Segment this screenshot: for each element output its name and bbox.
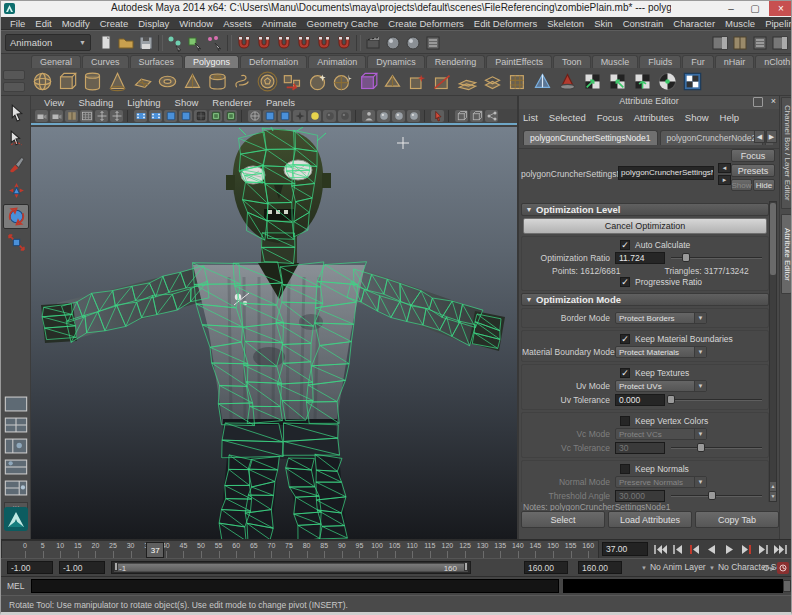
step-forward-key-button[interactable]: [738, 542, 754, 556]
animation-preferences-icon[interactable]: [777, 562, 789, 574]
safe-title-icon[interactable]: [224, 110, 237, 122]
play-forwards-button[interactable]: [721, 542, 737, 556]
poly-pipe-icon[interactable]: [206, 70, 229, 93]
smooth-add-divisions-icon[interactable]: [331, 70, 354, 93]
shelf-tab-surfaces[interactable]: Surfaces: [130, 55, 184, 68]
go-to-end-button[interactable]: [772, 542, 788, 556]
range-bar-inner[interactable]: -1 160: [114, 563, 468, 572]
shaded-icon[interactable]: [263, 110, 276, 122]
isolate-select-icon[interactable]: [431, 110, 444, 122]
multisample-icon[interactable]: [377, 110, 390, 122]
layout-hypershade[interactable]: [4, 480, 28, 498]
ae-tab[interactable]: polygonCruncherNode2: [660, 130, 764, 145]
wedge-icon[interactable]: [431, 70, 454, 93]
tab-channel-box[interactable]: Channel Box / Layer Editor: [781, 97, 792, 209]
poly-cone-icon[interactable]: [106, 70, 129, 93]
screen-space-ao-icon[interactable]: [338, 110, 351, 122]
field-vc-tolerance[interactable]: 30: [615, 442, 665, 454]
paint-select-tool[interactable]: [3, 152, 29, 177]
cancel-optimization-button[interactable]: Cancel Optimization: [523, 218, 767, 234]
focus-button[interactable]: Focus: [731, 149, 775, 162]
ae-menu-selected[interactable]: Selected: [549, 112, 586, 123]
poly-cube-icon[interactable]: [56, 70, 79, 93]
layout-four-pane[interactable]: [4, 417, 28, 435]
image-plane-icon[interactable]: [95, 110, 108, 122]
uv-checker-1-icon[interactable]: [581, 70, 604, 93]
safe-action-icon[interactable]: [209, 110, 222, 122]
dropdown-vc-mode[interactable]: Protect VCs▼: [615, 428, 707, 440]
step-forward-frame-button[interactable]: [755, 542, 771, 556]
camera-attributes-icon[interactable]: [65, 110, 78, 122]
range-handle-left[interactable]: [114, 562, 118, 571]
menu-display[interactable]: Display: [133, 18, 174, 29]
tab-attribute-editor[interactable]: Attribute Editor: [781, 214, 792, 294]
node-name-field[interactable]: polygonCruncherSettingsNode1: [618, 166, 714, 180]
gate-mask-icon[interactable]: [179, 110, 192, 122]
checkbox-keep-normals[interactable]: [620, 464, 630, 474]
shelf-tab-toon[interactable]: Toon: [553, 55, 591, 68]
select-hierarchy-icon[interactable]: [166, 34, 184, 52]
use-all-lights-icon[interactable]: [293, 110, 306, 122]
close-icon[interactable]: ×: [771, 96, 776, 106]
shelf-tab-dynamics[interactable]: Dynamics: [367, 55, 425, 68]
load-attributes-button[interactable]: Load Attributes: [608, 511, 692, 528]
shelf-tab-fluids[interactable]: Fluids: [639, 55, 681, 68]
render-current-frame-icon[interactable]: [404, 34, 422, 52]
hide-button[interactable]: Hide: [753, 179, 775, 191]
slider-optimization-ratio[interactable]: [671, 257, 762, 259]
show-tool-settings-icon[interactable]: [751, 34, 769, 52]
xray-icon[interactable]: [455, 110, 468, 122]
snap-grid-icon[interactable]: [235, 34, 253, 52]
gamma-icon[interactable]: [407, 110, 420, 122]
smooth-icon[interactable]: [306, 70, 329, 93]
panel-menu-renderer[interactable]: Renderer: [205, 97, 259, 108]
layout-persp-graph[interactable]: [4, 459, 28, 477]
current-frame-marker[interactable]: 37: [146, 542, 164, 558]
tab-scroll-arrows[interactable]: ◀▶: [754, 130, 777, 143]
menu-window[interactable]: Window: [174, 18, 218, 29]
step-back-key-button[interactable]: [687, 542, 703, 556]
open-scene-icon[interactable]: [117, 34, 135, 52]
menu-set-dropdown[interactable]: Animation▼: [5, 34, 91, 51]
shelf-tab-painteffects[interactable]: PaintEffects: [486, 55, 552, 68]
snap-projected-center-icon[interactable]: [295, 34, 313, 52]
playback-start-field[interactable]: -1.00: [59, 561, 105, 574]
field-chart-icon[interactable]: [194, 110, 207, 122]
checkbox-keep-material-boundaries[interactable]: ✓: [620, 334, 630, 344]
auto-key-icon[interactable]: [763, 563, 775, 573]
resolution-gate-icon[interactable]: [164, 110, 177, 122]
append-polygon-icon[interactable]: [531, 70, 554, 93]
slider-handle[interactable]: [708, 491, 716, 500]
motion-blur-icon[interactable]: [362, 110, 375, 122]
menu-edit-deformers[interactable]: Edit Deformers: [469, 18, 542, 29]
ae-menu-attributes[interactable]: Attributes: [634, 112, 674, 123]
close-button[interactable]: ×: [769, 1, 792, 16]
presets-button[interactable]: Presets: [731, 164, 775, 177]
default-lighting-icon[interactable]: [308, 110, 321, 122]
command-input[interactable]: [31, 579, 559, 593]
textured-icon[interactable]: [278, 110, 291, 122]
construction-history-icon[interactable]: [364, 34, 382, 52]
go-to-start-button[interactable]: [653, 542, 669, 556]
show-button[interactable]: Show: [731, 179, 752, 191]
menu-muscle[interactable]: Muscle: [720, 18, 760, 29]
step-back-frame-button[interactable]: [670, 542, 686, 556]
playback-end-field[interactable]: 160.00: [524, 561, 568, 574]
poly-plane-icon[interactable]: [131, 70, 154, 93]
shelf-tab-nhair[interactable]: nHair: [715, 55, 755, 68]
scale-tool[interactable]: [3, 230, 29, 255]
field-threshold-angle[interactable]: 30.000: [615, 490, 665, 502]
poly-cylinder-icon[interactable]: [81, 70, 104, 93]
sculpt-tool-icon[interactable]: [556, 70, 579, 93]
menu-file[interactable]: File: [5, 18, 30, 29]
grease-pencil-icon[interactable]: [134, 110, 147, 122]
slider-vc-tolerance[interactable]: [671, 447, 762, 449]
section-header[interactable]: ▼Optimization Mode: [521, 293, 769, 306]
shelf-tab-muscle[interactable]: Muscle: [592, 55, 639, 68]
show-attribute-editor-icon[interactable]: [731, 34, 749, 52]
shelf-controls[interactable]: [3, 70, 25, 94]
shelf-tab-curves[interactable]: Curves: [82, 55, 129, 68]
rotate-tool[interactable]: [3, 204, 29, 229]
maximize-button[interactable]: ▢: [743, 1, 767, 16]
section-header[interactable]: ▼Optimization Level: [521, 203, 769, 216]
